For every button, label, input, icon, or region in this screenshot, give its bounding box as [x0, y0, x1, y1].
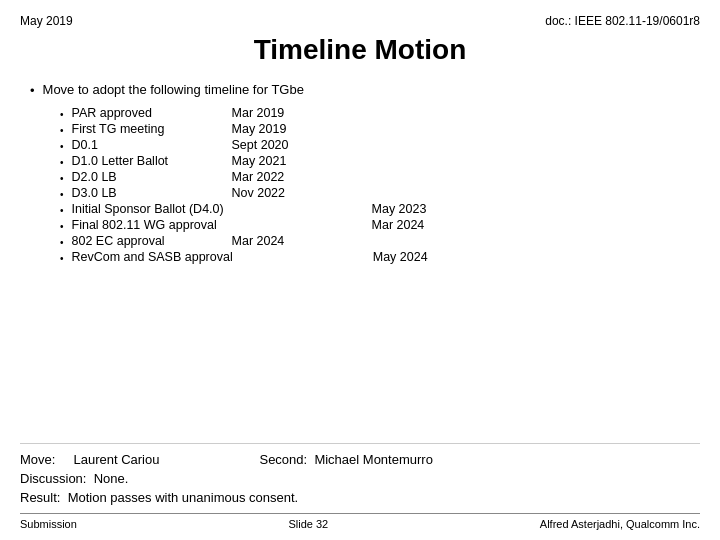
sub-bullet-dot: •	[60, 253, 64, 264]
sub-bullet-item: •Initial Sponsor Ballot (D4.0)May 2023	[60, 202, 690, 216]
sub-bullet-dot: •	[60, 157, 64, 168]
sub-bullet-label: First TG meeting	[72, 122, 232, 136]
result-text: Motion passes with unanimous consent.	[68, 490, 299, 505]
sub-bullet-label: Initial Sponsor Ballot (D4.0)	[72, 202, 232, 216]
footer-center: Slide 32	[288, 518, 328, 530]
result-label: Result:	[20, 490, 60, 505]
page-title: Timeline Motion	[20, 34, 700, 66]
sub-bullet-label: RevCom and SASB approval	[72, 250, 233, 264]
header: May 2019 doc.: IEEE 802.11-19/0601r8	[20, 14, 700, 28]
sub-bullet-date: Mar 2019	[232, 106, 312, 120]
sub-bullet-dot: •	[60, 125, 64, 136]
sub-bullet-dot: •	[60, 237, 64, 248]
footer-left: Submission	[20, 518, 77, 530]
sub-bullet-date: Sept 2020	[232, 138, 312, 152]
sub-bullet-date2: May 2023	[372, 202, 427, 216]
sub-bullet-item: •RevCom and SASB approvalMay 2024	[60, 250, 690, 264]
main-content: • Move to adopt the following timeline f…	[20, 82, 700, 435]
header-right: doc.: IEEE 802.11-19/0601r8	[545, 14, 700, 28]
sub-bullet-label: D0.1	[72, 138, 232, 152]
sub-bullet-date: Mar 2022	[232, 170, 312, 184]
sub-bullet-label: D2.0 LB	[72, 170, 232, 184]
discussion-label: Discussion:	[20, 471, 86, 486]
sub-bullet-label: D1.0 Letter Ballot	[72, 154, 232, 168]
move-label: Move: Laurent Cariou	[20, 452, 159, 467]
motion-line: Move: Laurent Cariou Second: Michael Mon…	[20, 452, 700, 467]
sub-bullet-item: •D2.0 LBMar 2022	[60, 170, 690, 184]
sub-bullet-date2: May 2024	[373, 250, 428, 264]
sub-bullet-item: •First TG meetingMay 2019	[60, 122, 690, 136]
sub-bullet-item: •Final 802.11 WG approvalMar 2024	[60, 218, 690, 232]
second-section: Second: Michael Montemurro	[259, 452, 432, 467]
bullet-dot: •	[30, 83, 35, 98]
sub-bullet-item: •802 EC approvalMar 2024	[60, 234, 690, 248]
sub-bullet-item: •D3.0 LBNov 2022	[60, 186, 690, 200]
footer-section: Move: Laurent Cariou Second: Michael Mon…	[20, 443, 700, 513]
sub-bullet-item: •PAR approvedMar 2019	[60, 106, 690, 120]
sub-bullet-dot: •	[60, 109, 64, 120]
main-bullet: • Move to adopt the following timeline f…	[30, 82, 690, 98]
sub-bullet-dot: •	[60, 189, 64, 200]
sub-bullet-dot: •	[60, 141, 64, 152]
page: May 2019 doc.: IEEE 802.11-19/0601r8 Tim…	[0, 0, 720, 540]
sub-bullet-label: 802 EC approval	[72, 234, 232, 248]
sub-bullet-date: May 2021	[232, 154, 312, 168]
sub-bullet-label: Final 802.11 WG approval	[72, 218, 232, 232]
bottom-bar: Submission Slide 32 Alfred Asterjadhi, Q…	[20, 513, 700, 530]
sub-bullet-date: May 2019	[232, 122, 312, 136]
sub-bullet-date: Mar 2024	[232, 234, 312, 248]
sub-bullet-dot: •	[60, 173, 64, 184]
sub-bullet-item: •D1.0 Letter BallotMay 2021	[60, 154, 690, 168]
footer-right: Alfred Asterjadhi, Qualcomm Inc.	[540, 518, 700, 530]
sub-bullet-dot: •	[60, 205, 64, 216]
header-left: May 2019	[20, 14, 73, 28]
title-section: Timeline Motion	[20, 34, 700, 66]
sub-bullet-item: •D0.1Sept 2020	[60, 138, 690, 152]
sub-bullet-label: D3.0 LB	[72, 186, 232, 200]
sub-bullet-dot: •	[60, 221, 64, 232]
sub-bullet-date2: Mar 2024	[372, 218, 425, 232]
main-bullet-text: Move to adopt the following timeline for…	[43, 82, 304, 97]
sub-bullet-date: Nov 2022	[232, 186, 312, 200]
discussion-text: None.	[94, 471, 129, 486]
discussion-line: Discussion: None.	[20, 471, 700, 486]
sub-bullets-list: •PAR approvedMar 2019•First TG meetingMa…	[60, 106, 690, 264]
result-line: Result: Motion passes with unanimous con…	[20, 490, 700, 505]
sub-bullet-label: PAR approved	[72, 106, 232, 120]
